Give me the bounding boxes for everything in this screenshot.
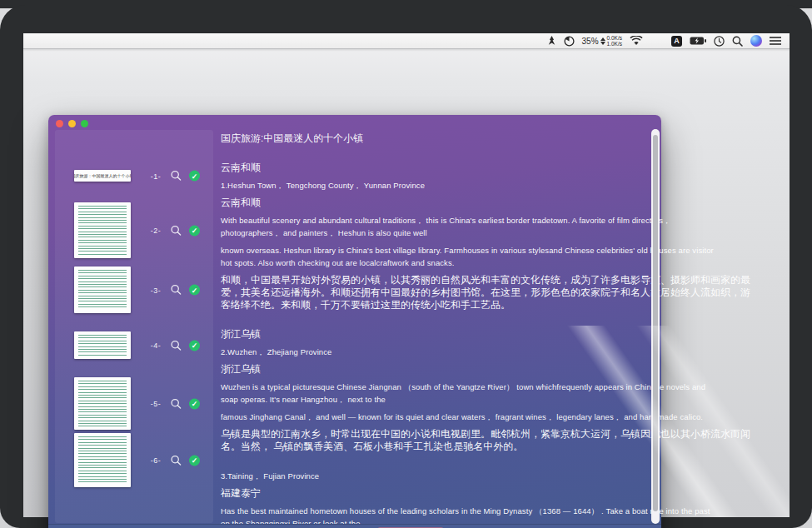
clock-icon[interactable] (714, 36, 725, 47)
desktop: 35% 0.0K/s 1.0K/s A (23, 33, 790, 517)
network-speed: 0.0K/s 1.0K/s (607, 35, 622, 47)
recognized-check-icon: ✓ (189, 171, 200, 182)
close-window-button[interactable] (56, 120, 63, 127)
page-thumbnail-5[interactable] (74, 377, 131, 430)
zoom-window-button[interactable] (81, 120, 88, 127)
ocr-text-output[interactable]: 国庆旅游:中国最迷人的十个小镇云南和顺1.Heshun Town， Tengch… (221, 132, 654, 528)
wifi-icon[interactable] (630, 36, 643, 46)
ocr-app-window: 国庆旅游：中国最迷人的十个小镇-1-✓-2-✓-3-✓-4-✓-5-✓-6-✓ … (48, 115, 661, 528)
menu-bar: 35% 0.0K/s 1.0K/s A (23, 33, 790, 49)
page-thumbnail-2[interactable] (74, 202, 131, 258)
magnifier-icon[interactable] (171, 340, 182, 351)
thumbnail-text-lines (78, 270, 127, 310)
photo-backdrop: 35% 0.0K/s 1.0K/s A (0, 0, 812, 528)
thumbnail-text-lines (78, 436, 127, 484)
page-thumbnail-1[interactable]: 国庆旅游：中国最迷人的十个小镇 (74, 170, 131, 182)
magnifier-icon[interactable] (171, 455, 182, 466)
ocr-line: 浙江乌镇 (221, 328, 654, 341)
ocr-line: soap operas. It's near Hangzhou， next to… (221, 393, 654, 406)
ocr-line: 名。当然， 乌镇的飘香美酒、石板小巷和手工扎染也是驰名中外的。 (221, 441, 654, 453)
magnifier-icon[interactable] (171, 285, 182, 296)
recognized-check-icon: ✓ (189, 225, 200, 236)
ocr-line: 乌镇是典型的江南水乡，时常出现在中国的小说和电视剧里。毗邻杭州，紧靠京杭大运河，… (221, 428, 654, 441)
page-thumbnail-4[interactable] (74, 331, 131, 359)
page-index-label: -6- (148, 456, 163, 465)
recognized-check-icon: ✓ (189, 398, 200, 409)
spotlight-search-icon[interactable] (732, 36, 743, 47)
page-index-label: -4- (148, 341, 163, 350)
thumbnail-text-lines (78, 206, 127, 255)
magnifier-icon[interactable] (171, 171, 182, 182)
ocr-line: 3.Taining， Fujian Province (221, 470, 654, 482)
thumbnail-row-5: -5-✓ (148, 398, 217, 409)
ocr-line: hot spots. Also worth checking out are l… (221, 257, 654, 269)
page-index-label: -2- (148, 227, 163, 235)
page-index-label: -1- (148, 172, 163, 180)
siri-icon[interactable] (750, 35, 762, 47)
vpn-icon[interactable] (547, 36, 556, 47)
ocr-line: famous Jinghang Canal， and well — known … (221, 411, 654, 423)
ocr-line: photographers， and painters， Heshun is a… (221, 227, 654, 239)
minimize-window-button[interactable] (68, 120, 76, 127)
recognized-check-icon: ✓ (189, 455, 200, 466)
thumbnail-row-3: -3-✓ (148, 285, 217, 296)
ocr-line: 爱，其美名还远播海外。和顺还拥有中国最好的乡村图书馆。在这里，形形色色的农家院子… (221, 286, 654, 299)
ocr-line: Wuzhen is a typical picturesque Chinese … (221, 381, 654, 393)
sidebar-thumbnails[interactable]: 国庆旅游：中国最迷人的十个小镇-1-✓-2-✓-3-✓-4-✓-5-✓-6-✓ (55, 130, 213, 523)
ocr-line: 国庆旅游:中国最迷人的十个小镇 (221, 132, 654, 145)
ocr-line: 云南和顺 (221, 162, 654, 174)
disk-usage-icon[interactable] (564, 36, 575, 47)
page-thumbnail-3[interactable] (74, 266, 131, 313)
window-titlebar[interactable] (56, 120, 88, 127)
thumbnail-text-lines (78, 335, 127, 356)
net-down-label: 1.0K/s (607, 41, 622, 47)
ocr-line: 2.Wuzhen， Zhejiang Province (221, 346, 654, 358)
battery-percent-label: 35% (582, 37, 599, 46)
page-index-label: -3- (148, 286, 163, 294)
page-thumbnail-6[interactable] (74, 433, 131, 487)
stats-indicator[interactable]: 35% 0.0K/s 1.0K/s (582, 35, 622, 47)
thumbnail-row-6: -6-✓ (148, 455, 217, 466)
battery-icon[interactable] (690, 37, 706, 45)
ocr-line: known overseas. Heshun library is China'… (221, 244, 654, 257)
thumbnail-text-lines (78, 381, 127, 426)
ocr-line: 福建泰宁 (221, 487, 654, 500)
ocr-line: 1.Heshun Town， Tengchong County， Yunnan … (221, 179, 654, 192)
ocr-line: 云南和顺 (221, 197, 654, 209)
thumbnail-row-4: -4-✓ (148, 340, 217, 351)
recognized-check-icon: ✓ (189, 340, 200, 351)
scrollbar-thumb[interactable] (653, 135, 658, 511)
updown-arrows-icon (600, 37, 605, 45)
input-method-badge[interactable]: A (671, 36, 682, 47)
magnifier-icon[interactable] (171, 398, 182, 409)
ocr-line: Has the best maintained hometown houses … (221, 505, 654, 517)
toolbar-footer: Select image Import from iOS device Clea… (48, 524, 661, 528)
notification-list-icon[interactable] (770, 37, 781, 45)
ocr-line: 浙江乌镇 (221, 363, 654, 376)
ocr-line: 和顺，中国最早开始对外贸易的小镇，以其秀丽的自然风光和丰富的文化传统，成为了许多… (221, 274, 654, 286)
thumbnail-row-2: -2-✓ (148, 225, 217, 236)
ocr-line: 客络绎不绝。来和顺，千万不要错过这里的传统小吃和手工艺品。 (221, 299, 654, 311)
recognized-check-icon: ✓ (189, 285, 200, 296)
magnifier-icon[interactable] (171, 225, 182, 236)
page-index-label: -5- (148, 400, 163, 408)
thumbnail-row-1: -1-✓ (148, 171, 217, 182)
net-up-label: 0.0K/s (607, 35, 622, 41)
ocr-line: With beautiful scenery and abundant cult… (221, 214, 654, 227)
scrollbar[interactable] (651, 129, 660, 524)
